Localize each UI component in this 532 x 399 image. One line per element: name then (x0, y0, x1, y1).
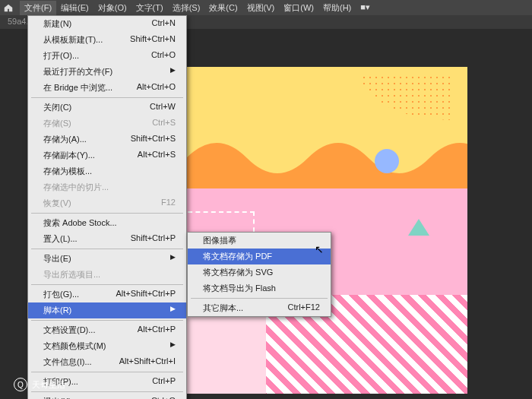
file-menu-item-18: 导出所选项目... (28, 267, 186, 283)
file-menu-item-10[interactable]: 存储为模板... (28, 163, 186, 179)
watermark: Q 天奇生活 (14, 378, 65, 391)
menu-shortcut: Ctrl+Q (151, 396, 176, 399)
menu-item-label: 文件信息(I)... (43, 356, 92, 368)
menu-separator (31, 391, 183, 392)
menu-item-label: 存储为模板... (43, 166, 92, 177)
submenu-label: 其它脚本... (203, 302, 243, 314)
menu-item-label: 打包(G)... (43, 289, 79, 300)
file-menu-item-12: 恢复(V)F12 (28, 195, 186, 211)
menu-item-label: 退出(X) (43, 396, 71, 399)
menu-4[interactable]: 选择(S) (168, 1, 205, 15)
file-menu-item-20[interactable]: 打包(G)...Alt+Shift+Ctrl+P (28, 287, 186, 302)
menu-shortcut: Alt+Shift+Ctrl+P (116, 289, 176, 300)
file-menu-item-21[interactable]: 脚本(R)▶ (28, 302, 186, 318)
menu-shortcut: Shift+Ctrl+S (131, 134, 176, 145)
menu-item-label: 最近打开的文件(F) (43, 66, 112, 78)
menu-item-label: 文档设置(D)... (43, 325, 95, 336)
cursor-icon: ↖ (315, 243, 324, 255)
menu-6[interactable]: 视图(V) (242, 1, 280, 15)
script-item-2[interactable]: 将文档存储为 SVG (188, 264, 331, 280)
file-menu-item-14[interactable]: 搜索 Adobe Stock... (28, 215, 186, 231)
menu-extra[interactable]: ■▾ (356, 1, 375, 15)
menu-separator (31, 320, 183, 321)
submenu-arrow-icon: ▶ (170, 253, 176, 264)
submenu-arrow-icon: ▶ (170, 340, 176, 352)
script-item-0[interactable]: 图像描摹 (188, 233, 331, 249)
file-menu-item-15[interactable]: 置入(L)...Shift+Ctrl+P (28, 231, 186, 247)
dot-pattern (361, 74, 452, 120)
scripts-submenu: 图像描摹将文档存储为 PDF将文档存储为 SVG将文档导出为 Flash其它脚本… (187, 232, 331, 317)
file-menu-item-29[interactable]: 退出(X)Ctrl+Q (28, 394, 186, 399)
file-menu-item-4[interactable]: 在 Bridge 中浏览...Alt+Ctrl+O (28, 80, 186, 96)
submenu-separator (191, 298, 328, 299)
menu-item-label: 存储副本(Y)... (43, 150, 95, 161)
menu-2[interactable]: 对象(O) (93, 1, 131, 15)
menu-shortcut: Alt+Shift+Ctrl+I (119, 356, 176, 368)
file-menu-item-23[interactable]: 文档设置(D)...Alt+Ctrl+P (28, 322, 186, 338)
file-menu-item-0[interactable]: 新建(N)Ctrl+N (28, 16, 186, 32)
menu-item-label: 存储(S) (43, 118, 71, 129)
file-menu-item-3[interactable]: 最近打开的文件(F)▶ (28, 64, 186, 80)
script-item-1[interactable]: 将文档存储为 PDF (188, 249, 331, 264)
menu-shortcut: F12 (161, 198, 176, 209)
watermark-icon: Q (14, 378, 27, 391)
menu-item-label: 置入(L)... (43, 233, 78, 245)
file-menu-item-2[interactable]: 打开(O)...Ctrl+O (28, 48, 186, 64)
menu-separator (31, 372, 183, 372)
submenu-arrow-icon: ▶ (170, 305, 176, 316)
file-menu-item-7: 存储(S)Ctrl+S (28, 116, 186, 131)
watermark-text: 天奇生活 (32, 379, 65, 391)
file-menu-item-17[interactable]: 导出(E)▶ (28, 251, 186, 267)
submenu-label: 将文档存储为 PDF (203, 251, 272, 262)
menu-item-label: 关闭(C) (43, 102, 71, 113)
menu-shortcut: Alt+Ctrl+O (137, 82, 176, 93)
menu-item-label: 搜索 Adobe Stock... (43, 217, 117, 229)
menu-1[interactable]: 编辑(E) (56, 1, 93, 15)
menu-bar: 文件(F)编辑(E)对象(O)文字(T)选择(S)效果(C)视图(V)窗口(W)… (20, 1, 375, 15)
file-menu-dropdown: 新建(N)Ctrl+N从模板新建(T)...Shift+Ctrl+N打开(O).… (27, 15, 187, 399)
menu-item-label: 打开(O)... (43, 50, 79, 62)
script-item-3[interactable]: 将文档导出为 Flash (188, 280, 331, 296)
home-icon[interactable] (3, 2, 14, 13)
menu-shortcut: Ctrl+P (152, 376, 176, 388)
submenu-label: 将文档导出为 Flash (203, 283, 276, 294)
menu-separator (31, 213, 183, 214)
file-menu-item-8[interactable]: 存储为(A)...Shift+Ctrl+S (28, 131, 186, 147)
file-menu-item-6[interactable]: 关闭(C)Ctrl+W (28, 100, 186, 116)
menu-item-label: 从模板新建(T)... (43, 34, 103, 46)
menu-0[interactable]: 文件(F) (20, 1, 56, 15)
submenu-label: 将文档存储为 SVG (203, 267, 273, 278)
script-item-5[interactable]: 其它脚本...Ctrl+F12 (188, 300, 331, 316)
menu-item-label: 导出所选项目... (43, 269, 100, 280)
menu-item-label: 新建(N) (43, 18, 71, 30)
file-menu-item-9[interactable]: 存储副本(Y)...Alt+Ctrl+S (28, 147, 186, 163)
menu-shortcut: Alt+Ctrl+S (138, 150, 176, 161)
menu-8[interactable]: 帮助(H) (318, 1, 356, 15)
menu-separator (31, 249, 183, 249)
triangle-shape (408, 219, 429, 236)
menu-item-label: 存储为(A)... (43, 134, 87, 145)
menu-item-label: 脚本(R) (43, 305, 71, 316)
menu-shortcut: Ctrl+O (151, 50, 176, 62)
menu-item-label: 文档颜色模式(M) (43, 340, 106, 352)
menu-item-label: 导出(E) (43, 253, 71, 264)
file-menu-item-24[interactable]: 文档颜色模式(M)▶ (28, 338, 186, 354)
menu-item-label: 恢复(V) (43, 198, 71, 209)
file-menu-item-1[interactable]: 从模板新建(T)...Shift+Ctrl+N (28, 32, 186, 48)
circle-shape (375, 149, 399, 173)
menu-shortcut: Ctrl+W (150, 102, 176, 113)
submenu-arrow-icon: ▶ (170, 66, 176, 78)
menu-item-label: 存储选中的切片... (43, 182, 109, 193)
file-menu-item-11: 存储选中的切片... (28, 179, 186, 195)
menu-separator (31, 284, 183, 285)
menu-shortcut: Ctrl+N (152, 18, 176, 30)
file-menu-item-25[interactable]: 文件信息(I)...Alt+Shift+Ctrl+I (28, 354, 186, 370)
menu-7[interactable]: 窗口(W) (279, 1, 318, 15)
menu-item-label: 在 Bridge 中浏览... (43, 82, 112, 93)
menu-shortcut: Alt+Ctrl+P (138, 325, 176, 336)
menu-3[interactable]: 文字(T) (131, 1, 168, 15)
menu-shortcut: Ctrl+S (152, 118, 176, 129)
app-topbar: 文件(F)编辑(E)对象(O)文字(T)选择(S)效果(C)视图(V)窗口(W)… (0, 0, 532, 15)
menu-separator (31, 97, 183, 98)
menu-5[interactable]: 效果(C) (204, 1, 242, 15)
